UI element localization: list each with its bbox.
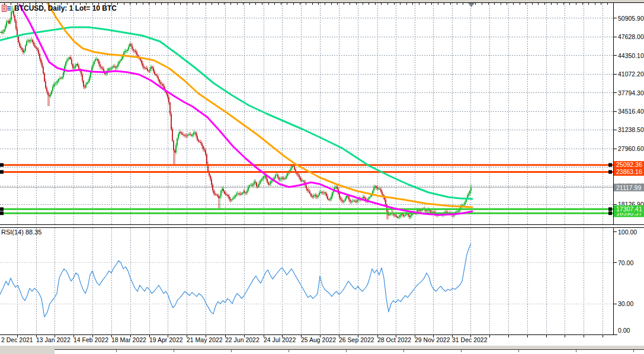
date-label: 19 Apr 2022: [149, 336, 183, 343]
resistance-line-1-handle-left[interactable]: [0, 163, 4, 167]
date-label: 22 Jun 2022: [225, 336, 259, 343]
rsi-tick-label: 0.00: [618, 327, 630, 334]
chart-title-row: BTCUSD, Daily: 1 Lot= 10 BTC: [2, 4, 117, 12]
chart-window: 50905.9047628.0044350.1041072.2037794.30…: [0, 0, 644, 354]
date-label: 2 Dec 2021: [1, 336, 33, 343]
resistance-badge-2[interactable]: 23863.16: [614, 168, 644, 176]
date-label: 21 May 2022: [187, 336, 223, 343]
price-tick-label: 50905.90: [618, 15, 644, 22]
date-label: 29 Nov 2022: [415, 336, 450, 343]
price-tick-label: 37794.30: [618, 89, 644, 96]
rsi-tick-label: 100.00: [618, 229, 637, 236]
date-label: 24 Jul 2022: [264, 336, 296, 343]
price-tick-label: 44350.10: [618, 52, 644, 59]
bottom-strip: [0, 346, 644, 349]
current-price-badge[interactable]: 21117.99: [614, 184, 644, 191]
resistance-badge-1-label: 25092.36: [616, 161, 642, 168]
date-label: 26 Sep 2022: [339, 336, 374, 343]
support-line-1-handle-left[interactable]: [0, 207, 4, 211]
date-label: 31 Dec 2022: [452, 336, 488, 343]
rsi-indicator-label: RSI(14) 88.35: [1, 229, 41, 236]
date-label: 25 Aug 2022: [301, 336, 336, 343]
resistance-badge-2-label: 23863.16: [616, 168, 642, 175]
bottom-strip-left: [0, 349, 55, 354]
current-price-badge-label: 21117.99: [616, 184, 641, 191]
price-tick-label: 31238.50: [618, 126, 644, 133]
chart-icon: [2, 4, 11, 12]
panel-splitter[interactable]: [0, 225, 644, 227]
resistance-line-1-handle-right[interactable]: [608, 163, 612, 167]
price-tick-label: 34516.40: [618, 108, 644, 115]
support-badge-1-label: 17307.41: [616, 205, 642, 213]
support-badge-1[interactable]: 17307.41: [614, 205, 644, 213]
date-label: 28 Oct 2022: [377, 336, 411, 343]
rsi-tick-label: 30.00: [618, 300, 633, 307]
date-label: 14 Feb 2022: [73, 336, 108, 343]
price-tick-label: 27960.60: [618, 145, 644, 152]
support-line-2-handle-left[interactable]: [0, 211, 4, 215]
rsi-tick-label: 70.00: [618, 259, 633, 266]
chart-title: BTCUSD, Daily: 1 Lot= 10 BTC: [14, 4, 117, 12]
date-label: 13 Jan 2022: [36, 336, 71, 343]
resistance-line-2-handle-right[interactable]: [608, 170, 612, 173]
price-tick-label: 41072.20: [618, 70, 644, 78]
time-axis[interactable]: 2 Dec 202113 Jan 202214 Feb 202218 Mar 2…: [1, 336, 488, 343]
price-tick-label: 47628.00: [618, 33, 644, 40]
resistance-badge-1[interactable]: 25092.36: [614, 161, 644, 169]
top-window-edge: [0, 0, 644, 2]
support-line-1-handle-right[interactable]: [608, 207, 612, 211]
chart-area[interactable]: 50905.9047628.0044350.1041072.2037794.30…: [0, 0, 644, 354]
support-line-2-handle-right[interactable]: [608, 211, 612, 215]
date-label: 18 Mar 2022: [111, 336, 146, 343]
resistance-line-2-handle-left[interactable]: [0, 170, 4, 173]
